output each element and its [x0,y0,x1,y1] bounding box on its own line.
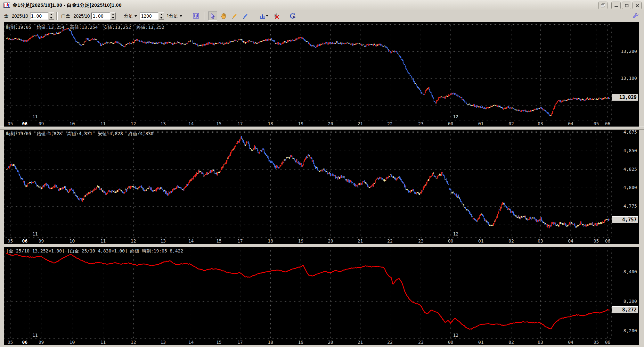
platinum-current-price-box: 4,757 [612,216,638,223]
bar-size-label: 1分足 [167,13,178,19]
pane-separator[interactable] [0,244,644,247]
bar-count-input[interactable]: 1200 [140,12,158,20]
x-axis-label: 01 [476,238,486,244]
spread-current-price-box: 8,272 [612,306,638,313]
y-axis-label: 13,100 [612,76,637,81]
platinum-chart-plot[interactable] [5,132,611,237]
gold-chart-plot[interactable] [5,24,611,120]
x-axis-label: 23 [416,238,426,244]
svg-text:B: B [293,15,296,19]
x-axis-label: 09 [37,340,46,345]
chart-delete-button[interactable] [272,12,281,21]
pane-separator[interactable] [0,127,644,130]
x-axis-label: 02 [506,238,516,244]
chevron-down-icon [266,15,268,17]
hand-pan-icon [220,12,227,20]
period-type-dropdown[interactable]: 分足 [122,12,139,20]
x-axis-label: 05 [5,238,15,244]
app-chart-icon [4,3,10,8]
instrument1-month: 2025/10 [12,13,28,19]
instrument1-multiplier-spinner[interactable] [49,12,54,20]
x-axis-label: 04 [566,340,575,345]
instrument2-multiplier-spinner[interactable] [110,12,116,20]
pen-draw-icon [242,12,249,20]
x-axis-label: 21 [355,121,365,126]
reload-icon: B [289,12,296,20]
x-axis-label: 06 [20,340,30,345]
hand-pan-button[interactable] [219,12,228,21]
restore-window-button[interactable] [598,2,607,9]
x-axis-label: 12 [129,121,138,126]
pencil-draw-button[interactable] [230,12,239,21]
period-type-label: 分足 [124,13,133,19]
toolbar-separator [253,12,254,20]
minimize-button[interactable] [611,2,621,9]
x-axis-label: 03 [535,238,545,244]
toolbar-separator [118,12,119,20]
gold-current-price-box: 13,029 [612,94,638,101]
x-axis-label: 14 [186,121,196,126]
instrument1-multiplier-input[interactable]: 1.00 [30,12,48,20]
x-axis-label: 17 [235,238,245,244]
settings-wrench-button[interactable] [631,11,640,20]
close-icon [635,4,639,7]
x-axis-label: 20 [326,340,335,345]
title-bar[interactable]: 金1分足[2025/10]1.00 - 白金1分足[2025/10]1.00 [0,0,644,10]
chart-area: 時刻:19:05 始値:13,254 高値:13,254 安値:13,252 終… [0,22,644,347]
toolbar: 金 2025/10 1.00 白金 2025/10 1.00 分足 1200 1… [0,10,644,22]
x-axis-label: 05 [591,340,601,345]
indicator-bars-button[interactable] [257,12,270,21]
x-axis-label: 13 [158,121,168,126]
window-title: 金1分足[2025/10]1.00 - 白金1分足[2025/10]1.00 [12,2,122,8]
x-axis-label: 10 [67,340,77,345]
y-axis-label: 13,200 [612,49,637,54]
x-axis-label: 10 [67,238,77,244]
chart-type-icon [192,12,200,20]
x-axis-label: 00 [446,340,455,345]
x-axis-label: 06 [20,121,30,126]
bar-size-dropdown[interactable]: 1分足 [165,12,184,20]
chart-type-button[interactable] [192,12,200,21]
x-axis-label: 21 [355,340,365,345]
bar-count-spinner[interactable] [159,12,164,20]
x-axis-label: 06 [603,121,613,126]
x-axis-label: 01 [476,121,486,126]
x-axis-label: 01 [476,340,486,345]
y-axis-label: 8,400 [612,269,637,274]
instrument2-label: 白金 [61,13,70,19]
cursor-select-icon [209,13,216,19]
toolbar-separator [284,12,285,20]
x-axis-label: 10 [67,121,77,126]
x-axis-label: 05 [591,121,601,126]
x-axis-label: 11 [98,121,108,126]
x-axis-label: 20 [326,238,335,244]
x-axis-label: 13 [158,340,168,345]
reload-button[interactable]: B [288,12,297,21]
x-axis-label: 17 [235,340,245,345]
instrument2-month: 2025/10 [74,13,90,19]
x-axis-label: 18 [266,238,275,244]
x-axis-label: 02 [506,340,516,345]
maximize-button[interactable] [622,2,631,9]
x-axis-label: 06 [20,238,30,244]
x-axis-label: 05 [591,238,601,244]
instrument2-multiplier-input[interactable]: 1.00 [91,12,110,20]
x-axis-label: 12 [129,340,138,345]
wrench-icon [632,12,639,19]
spread-chart-plot[interactable] [5,249,611,339]
cursor-select-button[interactable] [208,12,217,21]
x-axis-label: 05 [5,121,15,126]
x-axis-label: 04 [566,121,575,126]
pencil-draw-icon [231,12,238,20]
x-axis-label: 21 [355,238,365,244]
x-axis-label: 22 [385,340,395,345]
x-axis-label: 05 [5,340,15,345]
close-button[interactable] [632,2,642,9]
y-axis-label: 8,300 [612,299,637,304]
x-axis-label: 18 [266,121,275,126]
x-axis-label: 09 [37,238,46,244]
x-axis-label: 15 [214,238,224,244]
x-axis-label: 22 [385,121,395,126]
pen-draw-button[interactable] [241,12,250,21]
x-axis-label: 23 [416,121,426,126]
